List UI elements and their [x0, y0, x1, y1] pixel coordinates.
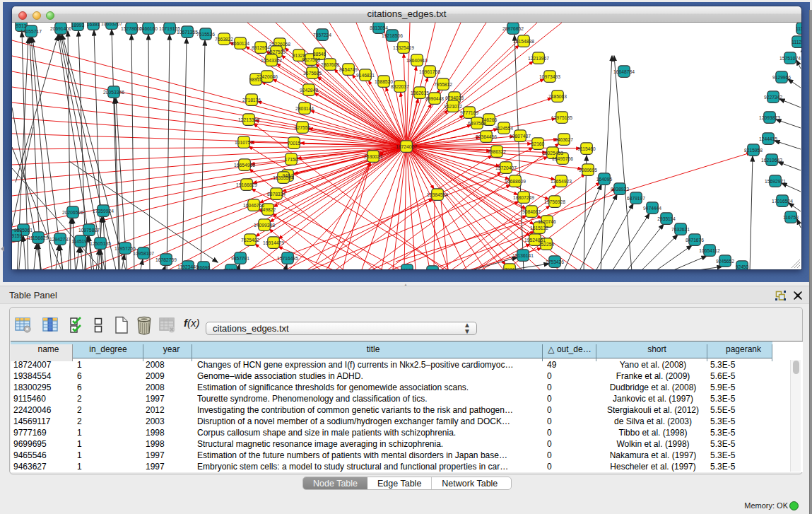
svg-text:9660124: 9660124 — [231, 41, 249, 46]
svg-text:6879197: 6879197 — [627, 196, 645, 201]
svg-text:7857224: 7857224 — [313, 33, 331, 37]
svg-text:11548: 11548 — [796, 26, 801, 31]
svg-text:18807249: 18807249 — [513, 195, 534, 200]
svg-text:1588520: 1588520 — [375, 79, 393, 84]
svg-text:20053346: 20053346 — [103, 90, 124, 95]
svg-text:8938923: 8938923 — [611, 187, 629, 192]
svg-text:6497568: 6497568 — [468, 121, 486, 126]
svg-text:16961758: 16961758 — [419, 69, 440, 74]
svg-text:13654923: 13654923 — [551, 179, 572, 184]
svg-text:9777169: 9777169 — [460, 110, 478, 115]
svg-text:1621072: 1621072 — [444, 104, 462, 109]
svg-text:116753: 116753 — [783, 215, 799, 220]
svg-text:11923446: 11923446 — [177, 264, 199, 269]
svg-text:10975887: 10975887 — [78, 228, 100, 233]
svg-text:7485063: 7485063 — [548, 94, 567, 99]
svg-text:12093873: 12093873 — [759, 115, 780, 120]
svg-text:1753426: 1753426 — [546, 259, 564, 264]
svg-text:15692971: 15692971 — [765, 179, 786, 184]
svg-text:16648784: 16648784 — [613, 69, 635, 74]
svg-text:9089695: 9089695 — [579, 168, 597, 173]
svg-text:15716485: 15716485 — [277, 256, 298, 261]
svg-text:11353594: 11353594 — [273, 175, 294, 180]
svg-text:9242848: 9242848 — [300, 88, 318, 93]
svg-text:10671355: 10671355 — [177, 30, 198, 35]
svg-text:9463627: 9463627 — [555, 137, 573, 142]
svg-text:7955812: 7955812 — [434, 82, 452, 87]
svg-text:17957255: 17957255 — [114, 246, 136, 251]
svg-text:9527509: 9527509 — [267, 49, 286, 54]
svg-text:9084067: 9084067 — [522, 209, 541, 214]
svg-text:8322037: 8322037 — [391, 84, 409, 89]
svg-text:1362615: 1362615 — [411, 90, 429, 95]
svg-text:2935114: 2935114 — [657, 216, 676, 221]
svg-text:19218506: 19218506 — [382, 33, 403, 38]
svg-text:164095: 164095 — [596, 177, 613, 182]
svg-text:20206596: 20206596 — [62, 210, 83, 215]
svg-text:2803144: 2803144 — [295, 106, 314, 111]
svg-text:120558: 120558 — [223, 268, 240, 270]
svg-text:10688609: 10688609 — [505, 179, 526, 184]
svg-text:3624554: 3624554 — [495, 126, 513, 131]
svg-text:10025453: 10025453 — [542, 151, 563, 156]
svg-text:12505135: 12505135 — [90, 241, 111, 246]
svg-text:15136141: 15136141 — [512, 253, 534, 258]
svg-text:11124: 11124 — [792, 40, 801, 45]
svg-text:6466160: 6466160 — [139, 26, 158, 31]
svg-text:427552: 427552 — [295, 125, 311, 130]
svg-text:1244415: 1244415 — [759, 136, 777, 141]
svg-text:349822: 349822 — [260, 207, 276, 212]
svg-text:25226058: 25226058 — [269, 42, 290, 47]
svg-text:7986322: 7986322 — [488, 149, 506, 154]
svg-text:16782759: 16782759 — [155, 257, 177, 262]
svg-text:16543362: 16543362 — [261, 58, 282, 63]
svg-text:1145194: 1145194 — [71, 239, 90, 244]
svg-text:1615132: 1615132 — [530, 226, 548, 230]
svg-text:10958107: 10958107 — [133, 251, 154, 256]
svg-text:19756928: 19756928 — [544, 199, 565, 204]
svg-text:16495756: 16495756 — [552, 156, 573, 161]
svg-text:18724007: 18724007 — [396, 144, 417, 149]
svg-text:16154838: 16154838 — [513, 39, 534, 44]
svg-text:14099348: 14099348 — [254, 223, 275, 228]
svg-text:7632621: 7632621 — [671, 227, 690, 232]
svg-text:7625402: 7625402 — [241, 238, 259, 243]
svg-text:9245652: 9245652 — [716, 259, 734, 264]
svg-text:3675685: 3675685 — [303, 71, 322, 76]
svg-text:15751074: 15751074 — [779, 56, 801, 61]
svg-text:12213369: 12213369 — [238, 117, 259, 122]
svg-text:10654112: 10654112 — [699, 248, 720, 253]
svg-text:16654966: 16654966 — [234, 163, 255, 168]
svg-text:20876852: 20876852 — [502, 26, 524, 31]
svg-text:13325419: 13325419 — [393, 45, 414, 50]
svg-text:20364456: 20364456 — [476, 134, 497, 139]
svg-text:2530023: 2530023 — [364, 154, 382, 159]
svg-text:16914479: 16914479 — [263, 240, 284, 245]
svg-text:18640910: 18640910 — [406, 58, 428, 63]
svg-text:17359924: 17359924 — [93, 209, 114, 214]
svg-text:17016504: 17016504 — [772, 199, 793, 204]
svg-text:9129966: 9129966 — [772, 75, 791, 80]
svg-text:70015: 70015 — [288, 141, 301, 146]
svg-text:12975185: 12975185 — [551, 115, 572, 120]
svg-text:39159: 39159 — [12, 233, 23, 238]
svg-text:9115460: 9115460 — [577, 146, 596, 151]
svg-text:12942737: 12942737 — [49, 237, 71, 242]
svg-text:1010752: 1010752 — [235, 140, 253, 145]
svg-text:19166829: 19166829 — [236, 182, 257, 187]
svg-text:62160: 62160 — [531, 141, 545, 146]
svg-text:8454749: 8454749 — [339, 67, 358, 72]
svg-text:88546: 88546 — [313, 52, 326, 57]
svg-text:10807487: 10807487 — [510, 134, 531, 139]
svg-text:9474444: 9474444 — [643, 206, 661, 211]
svg-text:9313: 9313 — [16, 23, 27, 28]
svg-text:7515526: 7515526 — [196, 32, 215, 37]
svg-text:10973493: 10973493 — [539, 74, 560, 79]
svg-text:16210643: 16210643 — [761, 158, 782, 163]
svg-text:14055717: 14055717 — [20, 29, 42, 34]
svg-text:8878334: 8878334 — [267, 192, 286, 197]
svg-text:9857791: 9857791 — [231, 256, 249, 261]
svg-text:252254: 252254 — [539, 242, 555, 247]
svg-text:9227342: 9227342 — [764, 95, 782, 100]
svg-text:8471676: 8471676 — [686, 238, 704, 243]
